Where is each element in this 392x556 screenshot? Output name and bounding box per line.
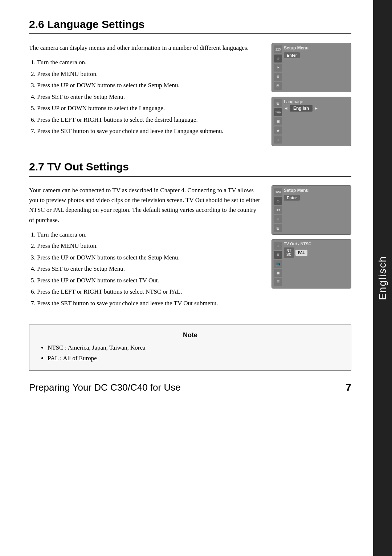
section-tvout-text: Your camera can be connected to TV as de… xyxy=(29,185,261,310)
icon-faceb: ☺ xyxy=(274,197,282,205)
cam-icon-row-sound: ♪ xyxy=(274,136,282,144)
cam-icon-row-soundtv: ♪ xyxy=(274,242,282,250)
setup-menu-panel-1: 123 ☺ ✂ ⊞ xyxy=(271,43,351,92)
section-tvout: 2.7 TV Out Settings Your camera can be c… xyxy=(29,161,351,371)
step-2-7: Press the SET button to save your choice… xyxy=(37,299,261,308)
section-language: 2.6 Language Settings The camera can dis… xyxy=(29,18,351,146)
cam-icon-row-gridtv: ⊞ xyxy=(274,251,282,259)
footer-page-number: 7 xyxy=(346,382,351,393)
step-1-1: Turn the camera on. xyxy=(37,58,261,67)
lang-arrow-right: ► xyxy=(314,106,318,111)
cam-icon-row-frametv: ▣ xyxy=(274,269,282,277)
icon-frame: ▣ xyxy=(274,117,282,125)
section-tvout-steps: Turn the camera on. Press the MENU butto… xyxy=(37,230,261,308)
icon-123: 123 xyxy=(274,45,282,53)
language-value: English xyxy=(290,105,313,112)
icon-face: ☺ xyxy=(274,55,282,63)
cam-icon-row-star: ★ xyxy=(274,126,282,134)
icon-shieldb: ⛨ xyxy=(274,224,282,232)
step-2-2: Press the MENU button. xyxy=(37,241,261,251)
step-1-4: Press SET to enter the Setup Menu. xyxy=(37,92,261,102)
section-tvout-heading: 2.7 TV Out Settings xyxy=(29,161,351,173)
page-footer: Preparing Your DC C30/C40 for Use 7 xyxy=(29,378,351,393)
setup-menu-content-2: Setup Menu Enter xyxy=(284,188,349,232)
language-setting-label: Language xyxy=(284,99,349,104)
icon-scissorsb: ✂ xyxy=(274,206,282,214)
icon-grid: ⊞ xyxy=(274,73,282,81)
cam-icon-row-faceb: ☺ xyxy=(274,197,282,205)
icon-listtv: ☰ xyxy=(274,278,282,286)
setup-menu-panel-2: 123 ☺ ✂ ⊞ xyxy=(271,185,351,235)
icon-shield2: ⛨ xyxy=(274,99,282,107)
cam-icon-row-listtv: ☰ xyxy=(274,278,282,286)
language-value-row: ◄ English ► xyxy=(284,105,349,112)
cam-icon-row-tvicon: 📺 xyxy=(274,260,282,268)
tvout-btn-pal: PAL xyxy=(295,250,307,256)
step-2-6: Press the LEFT or RIGHT buttons to selec… xyxy=(37,287,261,297)
section-tvout-divider xyxy=(29,176,351,177)
cam-icon-row-shieldb: ⛨ xyxy=(274,224,282,232)
cam-icon-row-gridb: ⊞ xyxy=(274,215,282,223)
side-tab-label: Englisch xyxy=(377,256,388,300)
icon-shield: ⛨ xyxy=(274,82,282,90)
icon-gridtv: ⊞ xyxy=(274,251,282,259)
cam-icon-row-ymd: YMD xyxy=(274,108,282,116)
section-language-intro: The camera can display menus and other i… xyxy=(29,43,261,53)
section-language-text: The camera can display menus and other i… xyxy=(29,43,261,146)
section-tvout-intro: Your camera can be connected to TV as de… xyxy=(29,185,261,225)
cam-icon-row-shield2: ⛨ xyxy=(274,99,282,107)
icon-123b: 123 xyxy=(274,188,282,196)
setup-menu-btn-1: Enter xyxy=(284,52,300,58)
note-box: Note NTSC : America, Japan, Taiwan, Kore… xyxy=(29,325,351,371)
step-2-3: Press the UP or DOWN buttons to select t… xyxy=(37,253,261,262)
setup-menu-btn-2: Enter xyxy=(284,195,300,201)
section-tvout-body: Your camera can be connected to TV as de… xyxy=(29,185,351,310)
icon-frametv: ▣ xyxy=(274,269,282,277)
cam-icon-list-2: 123 ☺ ✂ ⊞ xyxy=(274,188,282,232)
language-content: Language ◄ English ► xyxy=(284,99,349,144)
step-1-3: Press the UP or DOWN buttons to select t… xyxy=(37,81,261,90)
cam-icon-list-tv: ♪ ⊞ 📺 ▣ xyxy=(274,242,282,286)
language-panel: ⛨ YMD ▣ ★ xyxy=(271,97,351,146)
lang-arrow-left: ◄ xyxy=(284,106,288,111)
cam-icon-row-shield: ⛨ xyxy=(274,82,282,90)
main-content: 2.6 Language Settings The camera can dis… xyxy=(0,0,373,556)
setup-menu-label-1: Setup Menu xyxy=(284,45,349,51)
cam-icon-list-1: 123 ☺ ✂ ⊞ xyxy=(274,45,282,90)
tvout-buttons: NT SC PAL xyxy=(284,247,349,258)
icon-tvicon: 📺 xyxy=(274,260,282,268)
cam-icon-row-scissors: ✂ xyxy=(274,64,282,72)
cam-icon-row-face: ☺ xyxy=(274,55,282,63)
step-1-6: Press the LEFT or RIGHT buttons to selec… xyxy=(37,115,261,125)
step-2-1: Turn the camera on. xyxy=(37,230,261,239)
icon-ymd: YMD xyxy=(274,108,282,116)
cam-icon-row-frame: ▣ xyxy=(274,117,282,125)
step-2-4: Press SET to enter the Setup Menu. xyxy=(37,264,261,274)
tvout-btn-ntsc: NT SC xyxy=(284,247,294,258)
tvout-panel: ♪ ⊞ 📺 ▣ xyxy=(271,239,351,289)
icon-sound: ♪ xyxy=(274,136,282,144)
step-1-7: Press the SET button to save your choice… xyxy=(37,126,261,136)
section-language-steps: Turn the camera on. Press the MENU butto… xyxy=(37,58,261,136)
step-2-5: Press the UP or DOWN buttons to select T… xyxy=(37,276,261,285)
icon-gridb: ⊞ xyxy=(274,215,282,223)
setup-menu-content-1: Setup Menu Enter xyxy=(284,45,349,90)
note-item-2: PAL : All of Europe xyxy=(48,353,341,364)
cam-icon-row-123b: 123 xyxy=(274,188,282,196)
tvout-setting-label: TV Out - NTSC xyxy=(284,242,349,246)
tvout-content: TV Out - NTSC NT SC PAL xyxy=(284,242,349,286)
footer-title: Preparing Your DC C30/C40 for Use xyxy=(29,382,181,393)
step-1-5: Press UP or DOWN buttons to select the L… xyxy=(37,104,261,113)
section-language-divider xyxy=(29,33,351,34)
section-tvout-images: 123 ☺ ✂ ⊞ xyxy=(271,185,351,310)
section-language-body: The camera can display menus and other i… xyxy=(29,43,351,146)
icon-scissors: ✂ xyxy=(274,64,282,72)
note-list: NTSC : America, Japan, Taiwan, Korea PAL… xyxy=(48,343,341,364)
icon-soundtv: ♪ xyxy=(274,242,282,250)
setup-menu-label-2: Setup Menu xyxy=(284,188,349,193)
icon-star: ★ xyxy=(274,126,282,134)
note-title: Note xyxy=(40,331,341,339)
section-language-heading: 2.6 Language Settings xyxy=(29,18,351,31)
note-item-1: NTSC : America, Japan, Taiwan, Korea xyxy=(48,343,341,353)
section-language-images: 123 ☺ ✂ ⊞ xyxy=(271,43,351,146)
